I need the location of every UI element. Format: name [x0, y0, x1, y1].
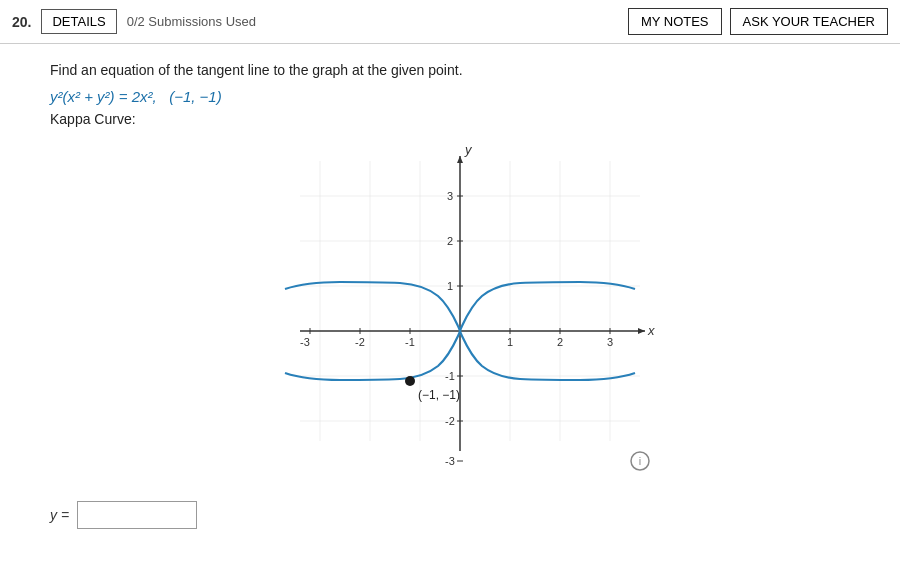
main-content: Find an equation of the tangent line to … — [0, 44, 900, 547]
instruction-text: Find an equation of the tangent line to … — [50, 62, 870, 78]
svg-text:-2: -2 — [355, 336, 365, 348]
graph-container: x y -3 -2 -1 1 2 3 3 — [250, 141, 670, 481]
svg-text:-1: -1 — [445, 370, 455, 382]
my-notes-button[interactable]: MY NOTES — [628, 8, 722, 35]
answer-input[interactable] — [77, 501, 197, 529]
svg-text:-1: -1 — [405, 336, 415, 348]
top-right-buttons: MY NOTES ASK YOUR TEACHER — [628, 8, 888, 35]
problem-number: 20. — [12, 14, 31, 30]
svg-text:-3: -3 — [445, 455, 455, 467]
svg-text:-3: -3 — [300, 336, 310, 348]
y-equals-label: y = — [50, 507, 69, 523]
equation-text: y²(x² + y²) = 2x², (−1, −1) — [50, 88, 222, 105]
kappa-label: Kappa Curve: — [50, 111, 870, 127]
svg-text:i: i — [639, 455, 641, 467]
svg-text:-2: -2 — [445, 415, 455, 427]
svg-text:2: 2 — [557, 336, 563, 348]
graph-svg: x y -3 -2 -1 1 2 3 3 — [250, 141, 670, 481]
svg-text:1: 1 — [507, 336, 513, 348]
details-button[interactable]: DETAILS — [41, 9, 116, 34]
answer-row: y = — [50, 501, 870, 529]
ask-teacher-button[interactable]: ASK YOUR TEACHER — [730, 8, 888, 35]
svg-point-42 — [405, 376, 415, 386]
svg-text:1: 1 — [447, 280, 453, 292]
svg-text:3: 3 — [447, 190, 453, 202]
svg-text:3: 3 — [607, 336, 613, 348]
svg-text:x: x — [647, 323, 655, 338]
submissions-text: 0/2 Submissions Used — [127, 14, 628, 29]
svg-text:2: 2 — [447, 235, 453, 247]
svg-text:(−1, −1): (−1, −1) — [418, 388, 460, 402]
equation-display: y²(x² + y²) = 2x², (−1, −1) — [50, 88, 870, 105]
top-bar: 20. DETAILS 0/2 Submissions Used MY NOTE… — [0, 0, 900, 44]
